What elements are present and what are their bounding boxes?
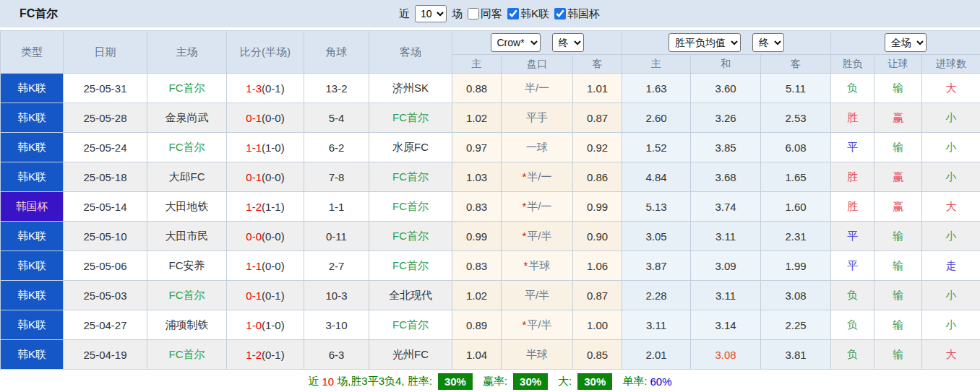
home-team-cell: 浦项制铁 <box>147 310 227 340</box>
corner-cell: 7-8 <box>304 162 369 192</box>
recent-count-select[interactable]: 10 <box>415 5 447 22</box>
result-goals-cell: 走 <box>922 251 980 281</box>
fulltime-score: 1-0 <box>246 319 262 331</box>
result-goals-cell: 小 <box>922 133 980 162</box>
away-team-cell: 光州FC <box>369 340 452 370</box>
match-row: 韩K联25-05-28金泉尚武0-1(0-0)5-4FC首尔1.02平手0.87… <box>1 103 980 133</box>
odds-company-select[interactable]: Crow* <box>491 33 541 52</box>
result-wdl-cell: 平 <box>831 133 874 162</box>
fulltime-score: 1-2 <box>246 349 262 361</box>
league-checkbox[interactable] <box>507 8 519 19</box>
handicap-star-mark: * <box>522 230 526 242</box>
mean-away-cell: 2.53 <box>761 103 831 133</box>
mean-home-cell: 1.52 <box>622 133 691 162</box>
handicap-star-mark: * <box>522 318 526 331</box>
away-team-cell: 水原FC <box>369 133 452 162</box>
match-row: 韩K联25-05-10大田市民0-0(0-0)0-11FC首尔0.99*平/半0… <box>1 222 980 251</box>
mean-home-cell: 3.87 <box>622 251 691 281</box>
single-rate-value: 60% <box>650 375 671 388</box>
home-team-cell: FC首尔 <box>147 281 227 310</box>
score-cell: 1-0(1-0) <box>227 310 304 340</box>
handicap-cell: 一球 <box>502 133 573 162</box>
odds-home-cell: 0.83 <box>452 251 502 281</box>
cup-checkbox[interactable] <box>554 8 566 19</box>
match-type-cell: 韩K联 <box>1 74 64 103</box>
result-goals-cell: 小 <box>922 281 980 310</box>
away-team-cell: 全北现代 <box>369 281 452 310</box>
mean-draw-cell: 3.14 <box>691 310 761 340</box>
odds-away-cell: 0.99 <box>573 192 622 222</box>
mean-type-select[interactable]: 胜平负均值 <box>669 33 741 52</box>
same-away-label: 同客 <box>481 7 502 21</box>
score-cell: 1-2(0-1) <box>227 340 304 370</box>
mean-home-cell: 2.01 <box>622 340 691 370</box>
table-header-controls-row: 类型 日期 主场 比分(半场) 角球 客场 Crow* 终 胜 <box>1 31 980 55</box>
score-cell: 1-1(1-0) <box>227 133 304 162</box>
score-cell: 0-1(0-0) <box>227 162 304 192</box>
away-team-name: FC首尔 <box>392 230 429 242</box>
away-team-name: FC首尔 <box>392 259 429 271</box>
home-team-name: 金泉尚武 <box>166 111 209 123</box>
mean-draw-cell: 3.09 <box>691 251 761 281</box>
match-type-cell: 韩K联 <box>1 162 64 192</box>
near-label: 近 <box>399 7 410 21</box>
profit-rate-badge: 30% <box>513 373 548 390</box>
score-cell: 0-1(0-1) <box>227 281 304 310</box>
mean-final-select[interactable]: 终 <box>752 33 784 52</box>
away-team-name: 全北现代 <box>389 289 432 301</box>
match-row: 韩国杯25-05-14大田地铁1-2(1-1)1-1FC首尔0.83*半/一0.… <box>1 192 980 222</box>
match-type-cell: 韩K联 <box>1 310 64 340</box>
match-row: 韩K联25-05-24FC首尔1-1(1-0)6-2水原FC0.97一球0.92… <box>1 133 980 162</box>
mean-away-cell: 1.99 <box>761 251 831 281</box>
away-team-cell: FC首尔 <box>369 162 452 192</box>
home-team-name: FC首尔 <box>169 141 205 153</box>
home-team-cell: 大田市民 <box>147 222 227 251</box>
corner-cell: 1-1 <box>304 192 369 222</box>
halftime-score: (0-0) <box>262 230 285 243</box>
same-away-checkbox[interactable] <box>468 8 479 19</box>
scope-controls-cell: 全场 <box>831 31 980 55</box>
league-label: 韩K联 <box>520 7 549 21</box>
mean-home-cell: 2.28 <box>622 281 691 310</box>
mean-draw-cell: 3.85 <box>691 133 761 162</box>
home-team-name: 浦项制铁 <box>166 318 209 331</box>
odds-home-cell: 1.04 <box>452 340 502 370</box>
score-cell: 0-1(0-0) <box>227 103 304 133</box>
match-date-cell: 25-05-06 <box>64 251 147 281</box>
odds-away-cell: 0.85 <box>573 340 622 370</box>
result-handicap-cell: 赢 <box>874 192 922 222</box>
score-cell: 1-1(0-0) <box>227 251 304 281</box>
fulltime-score: 0-1 <box>246 112 262 124</box>
result-goals-cell: 大 <box>922 192 980 222</box>
halftime-score: (0-1) <box>262 349 285 361</box>
result-goals-cell: 小 <box>922 103 980 133</box>
handicap-star-mark: * <box>522 170 526 183</box>
away-team-name: FC首尔 <box>392 170 429 183</box>
odds-away-cell: 0.86 <box>573 162 622 192</box>
match-type-cell: 韩K联 <box>1 133 64 162</box>
subheader-mean-draw: 和 <box>691 55 761 74</box>
odds-controls-cell: Crow* 终 <box>452 31 622 55</box>
match-row: 韩K联25-04-19FC首尔1-2(0-1)6-3光州FC1.04半球0.85… <box>1 340 980 370</box>
result-wdl-cell: 负 <box>831 310 874 340</box>
result-wdl-cell: 负 <box>831 74 874 103</box>
result-wdl-cell: 胜 <box>831 192 874 222</box>
col-header-corner: 角球 <box>304 31 369 74</box>
subheader-odds-away: 客 <box>573 55 622 74</box>
match-date-cell: 25-05-24 <box>64 133 147 162</box>
odds-home-cell: 1.03 <box>452 162 502 192</box>
mean-away-cell: 3.08 <box>761 281 831 310</box>
score-cell: 0-0(0-0) <box>227 222 304 251</box>
handicap-star-mark: * <box>522 200 526 212</box>
result-handicap-cell: 输 <box>874 74 922 103</box>
match-date-cell: 25-05-31 <box>64 74 147 103</box>
handicap-cell: *半球 <box>502 251 573 281</box>
away-team-name: FC首尔 <box>392 318 429 331</box>
away-team-name: FC首尔 <box>392 111 429 123</box>
result-wdl-cell: 胜 <box>831 103 874 133</box>
profit-rate-label: 赢率: <box>483 375 507 388</box>
summary-near-label: 近 <box>308 375 319 388</box>
scope-select[interactable]: 全场 <box>885 33 927 52</box>
odds-final-select[interactable]: 终 <box>552 33 584 52</box>
result-goals-cell: 小 <box>922 222 980 251</box>
